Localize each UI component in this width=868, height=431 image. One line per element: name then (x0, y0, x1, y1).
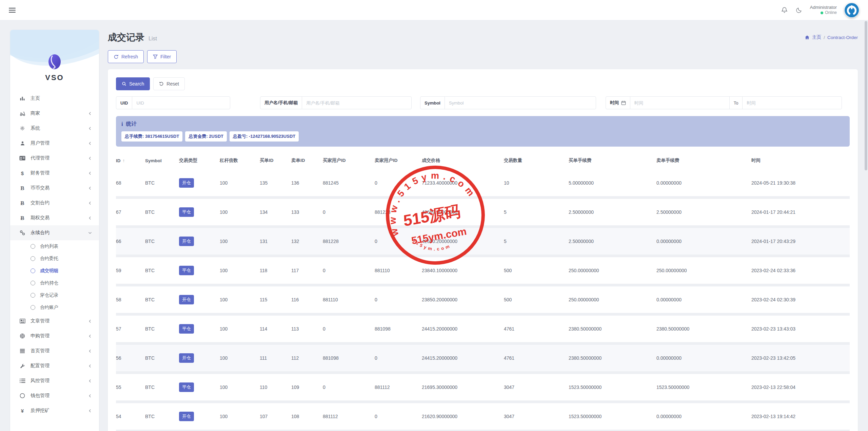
cell-qty: 500 (504, 268, 569, 273)
cell-price: 42680.20000000 (422, 239, 504, 244)
scrollbar-thumb[interactable] (865, 21, 867, 170)
gear-icon (19, 126, 26, 131)
cell-price: 71233.40000000 (422, 180, 504, 186)
breadcrumb-current[interactable]: Contract-Order (827, 35, 858, 40)
cell-leverage: 100 (220, 268, 260, 273)
sidebar-item[interactable]: 主页 (10, 91, 99, 106)
cell-time: 2024-01-17 20:44:21 (751, 209, 850, 215)
time-from-input[interactable] (630, 97, 729, 109)
cell-id: 54 (116, 414, 145, 419)
cell-buyer-uid: 881245 (323, 180, 375, 186)
cell-buy-fee: 2380.50000000 (569, 326, 656, 332)
sidebar-item[interactable]: 文章管理 (10, 314, 99, 329)
username-input[interactable] (302, 97, 411, 109)
symbol-input[interactable] (445, 97, 596, 109)
menu-bars-icon (19, 349, 26, 353)
sidebar-item[interactable]: 配置管理 (10, 358, 99, 373)
sidebar-subitem[interactable]: 穿仓记录 (10, 289, 99, 301)
bell-icon[interactable] (781, 6, 788, 14)
trade-type-badge: 开仓 (179, 237, 194, 246)
cell-sell-fee: 0.00000000 (656, 414, 751, 419)
cell-price: 21620.90000000 (422, 414, 504, 419)
cell-sell-id: 133 (291, 209, 323, 215)
cell-sell-id: 117 (291, 268, 323, 273)
reset-button[interactable]: Reset (153, 77, 185, 90)
time-to-input[interactable] (743, 97, 842, 109)
sidebar-item[interactable]: 首页管理 (10, 343, 99, 358)
table-row: 57 BTC 平仓 100 114 113 0 881098 24415.200… (116, 316, 850, 342)
cell-buy-fee: 5.00000000 (569, 180, 656, 186)
sidebar-item[interactable]: Ƀ 期权交易 (10, 210, 99, 225)
sidebar-item[interactable]: 申购管理 (10, 329, 99, 343)
sidebar-item-label: 财务管理 (31, 170, 88, 176)
cell-id: 66 (116, 239, 145, 244)
cell-sell-id: 113 (291, 326, 323, 332)
breadcrumb-home[interactable]: 主页 (812, 34, 821, 40)
filter-button[interactable]: Filter (147, 50, 177, 63)
cell-buy-id: 107 (260, 414, 291, 419)
cell-sell-fee: 2380.50000000 (656, 326, 751, 332)
sidebar-item-perpetual[interactable]: 永续合约 (10, 225, 99, 240)
sidebar-item[interactable]: Ƀ 交割合约 (10, 195, 99, 210)
chart-bars-icon (19, 96, 26, 101)
cell-sell-fee: 0.00000000 (656, 180, 751, 186)
cell-buyer-uid: 881112 (323, 414, 375, 419)
cell-buy-id: 134 (260, 209, 291, 215)
table-row: 56 BTC 开仓 100 111 112 881098 0 24415.200… (116, 345, 850, 371)
trade-type-badge: 开仓 (179, 412, 194, 421)
cell-price: 23850.20000000 (422, 297, 504, 302)
avatar[interactable] (844, 3, 859, 18)
moon-icon[interactable] (795, 7, 802, 14)
info-icon: i (121, 121, 123, 128)
uid-filter: UID (116, 96, 230, 109)
cell-seller-uid: 881098 (375, 326, 422, 332)
cell-id: 55 (116, 385, 145, 390)
cell-seller-uid: 0 (375, 414, 422, 419)
sidebar-item[interactable]: 商家 (10, 106, 99, 121)
sidebar-item[interactable]: 代理管理 (10, 151, 99, 166)
sidebar-item[interactable]: 钱包管理 (10, 388, 99, 403)
cell-symbol: BTC (145, 209, 179, 215)
to-label: To (729, 97, 743, 109)
sidebar-subitem[interactable]: 合约账户 (10, 301, 99, 314)
wrench-icon (19, 363, 26, 369)
cell-price: 23840.10000000 (422, 268, 504, 273)
col-header-qty: 交易数量 (504, 157, 569, 164)
cell-id: 67 (116, 209, 145, 215)
sidebar-subitem[interactable]: 合约列表 (10, 240, 99, 252)
cell-buyer-uid: 0 (323, 326, 375, 332)
chevron-down-icon (88, 231, 92, 235)
stat-badge: 总资金费: 2USDT (185, 131, 227, 142)
cell-time: 2023-02-23 13:43:03 (751, 326, 850, 332)
hamburger-menu-icon[interactable] (9, 8, 16, 13)
sidebar-item[interactable]: 系统 (10, 121, 99, 136)
cell-id: 58 (116, 297, 145, 302)
chevron-left-icon (88, 379, 92, 383)
cell-leverage: 100 (220, 385, 260, 390)
col-header-type: 交易类型 (179, 157, 220, 164)
cell-buy-fee: 2380.50000000 (569, 355, 656, 361)
refresh-button[interactable]: Refresh (108, 50, 144, 63)
chevron-left-icon (88, 409, 92, 413)
sidebar-item[interactable]: 用户管理 (10, 136, 99, 151)
cell-id: 57 (116, 326, 145, 332)
chevron-left-icon (88, 364, 92, 368)
scrollbar-track (865, 21, 867, 431)
cell-leverage: 100 (220, 239, 260, 244)
sidebar-subitem[interactable]: 成交明细 (10, 265, 99, 277)
sidebar-item[interactable]: B 币币交易 (10, 181, 99, 195)
cell-buyer-uid: 0 (323, 268, 375, 273)
sidebar-item[interactable]: $ 财务管理 (10, 166, 99, 181)
col-header-id[interactable]: ID↑ (116, 158, 145, 163)
sidebar-subitem[interactable]: 合约委托 (10, 252, 99, 265)
statistics-panel: i 统计 总手续费: 381754615USDT 总资金费: 2USDT 总盈亏… (116, 116, 850, 147)
radio-circle-icon (31, 293, 35, 298)
search-button[interactable]: Search (116, 77, 150, 90)
uid-input[interactable] (132, 97, 230, 109)
user-name: Administrator (810, 5, 837, 11)
sidebar-subitem[interactable]: 合约持仓 (10, 277, 99, 289)
sidebar-item[interactable]: 风控管理 (10, 373, 99, 388)
cell-seller-uid: 0 (375, 297, 422, 302)
cell-buyer-uid: 881098 (323, 355, 375, 361)
sidebar-item[interactable]: ¥ 质押挖矿 (10, 403, 99, 418)
